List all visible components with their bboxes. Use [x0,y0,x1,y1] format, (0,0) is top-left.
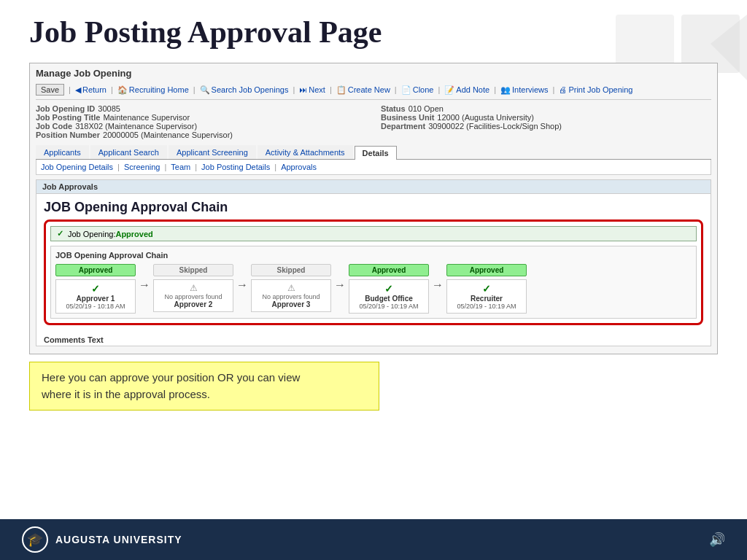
chain-step-2-status: Skipped [153,264,233,276]
recruiting-home-link[interactable]: 🏠 Recruiting Home [117,85,189,95]
job-info-grid: Job Opening ID 30085 Job Posting Title M… [36,104,711,139]
sub-tabs: Job Opening Details | Screening | Team |… [36,160,711,175]
job-opening-approved-bar: ✓ Job Opening:Approved [50,226,697,241]
chain-step-5: Approved ✓ Recruiter 05/20/19 - 10:19 AM [446,264,527,314]
chain-step-3-status: Skipped [251,264,331,276]
chain-step-4-box: ✓ Budget Office 05/20/19 - 10:19 AM [349,279,429,314]
job-info-left: Job Opening ID 30085 Job Posting Title M… [36,104,366,139]
chain-step-5-name: Recruiter [452,295,522,303]
business-unit-row: Business Unit 12000 (Augusta University) [381,113,711,122]
sep5: | [330,85,332,94]
chain-step-4: Approved ✓ Budget Office 05/20/19 - 10:1… [349,264,429,314]
add-note-icon: 📝 [444,85,454,95]
chain-step-3: Skipped ⚠ No approvers found Approver 3 [251,264,331,312]
tab-activity-attachments[interactable]: Activity & Attachments [258,145,353,159]
job-opening-id-value: 30085 [98,104,120,113]
chain-step-4-name: Budget Office [354,295,424,303]
sub-tab-approvals[interactable]: Approvals [281,163,317,171]
position-number-row: Position Number 20000005 (Maintenance Su… [36,131,366,139]
callout-line2: where it is in the approval process. [42,388,210,400]
university-name: AUGUSTA UNIVERSITY [55,534,182,545]
sub-tab-job-opening-details[interactable]: Job Opening Details [41,163,113,171]
return-link[interactable]: ◀ Return [75,85,107,95]
arrow-3: → [331,279,349,292]
create-new-icon: 📋 [336,85,347,95]
chain-step-3-name: Approver 3 [256,300,326,308]
sep7: | [438,85,440,94]
job-opening-status-value: Approved [115,230,152,238]
sep3: | [193,85,196,94]
search-icon: 🔍 [200,85,210,95]
tab-applicant-screening[interactable]: Applicant Screening [169,145,256,159]
job-opening-approved-label: Job Opening:Approved [68,230,153,238]
toolbar: Save | ◀ Return | 🏠 Recruiting Home | 🔍 … [36,82,711,100]
chain-step-4-date: 05/20/19 - 10:19 AM [354,303,424,310]
arrow-4: → [429,279,446,292]
department-label: Department [381,122,425,131]
sep2: | [111,85,113,94]
panel-header: Manage Job Opening [36,68,711,79]
sub-tab-job-posting-details[interactable]: Job Posting Details [201,163,270,171]
sep6: | [395,85,397,94]
approval-chain-outer: ✓ Job Opening:Approved JOB Opening Appro… [44,219,703,325]
status-value: 010 Open [409,104,444,113]
job-code-row: Job Code 318X02 (Maintenance Supervisor) [36,122,366,131]
university-logo-icon: 🎓 [22,526,48,553]
job-posting-title-label: Job Posting Title [36,113,100,122]
add-note-link[interactable]: 📝 Add Note [444,85,489,95]
sep8: | [494,85,496,94]
check-mark-icon: ✓ [57,229,63,238]
chain-step-2-box: ⚠ No approvers found Approver 2 [153,279,233,312]
search-job-openings-link[interactable]: 🔍 Search Job Openings [200,85,289,95]
chain-step-5-status: Approved [446,264,527,276]
job-code-value: 318X02 (Maintenance Supervisor) [75,122,197,131]
job-opening-id-label: Job Opening ID [36,104,95,113]
sub-tab-screening[interactable]: Screening [124,163,160,171]
footer: 🎓 AUGUSTA UNIVERSITY 🔊 [0,519,747,560]
chain-step-2-extra: No approvers found [158,293,228,300]
chain-step-5-date: 05/20/19 - 10:19 AM [452,303,522,310]
chain-step-1-check: ✓ [61,283,131,295]
chain-step-1-status: Approved [55,264,136,276]
next-icon: ⏭ [299,85,307,94]
interviews-icon: 👥 [500,85,511,95]
home-icon: 🏠 [117,85,128,95]
chain-step-2: Skipped ⚠ No approvers found Approver 2 [153,264,233,312]
sub-tab-team[interactable]: Team [171,163,190,171]
tab-applicant-search[interactable]: Applicant Search [90,145,167,159]
chain-step-2-icon: ⚠ [158,283,228,293]
tab-details[interactable]: Details [355,146,397,160]
interviews-link[interactable]: 👥 Interviews [500,85,549,95]
print-job-opening-link[interactable]: 🖨 Print Job Opening [559,85,632,94]
approval-chain-title: JOB Opening Approval Chain [36,194,711,219]
chain-step-1: Approved ✓ Approver 1 05/20/19 - 10:18 A… [55,264,136,314]
business-unit-value: 12000 (Augusta University) [437,113,534,122]
chain-step-3-icon: ⚠ [256,283,326,293]
create-new-link[interactable]: 📋 Create New [336,85,390,95]
chain-step-4-check: ✓ [354,283,424,295]
status-label: Status [381,104,406,113]
chain-steps: Approved ✓ Approver 1 05/20/19 - 10:18 A… [55,264,692,314]
job-posting-title-value: Maintenance Supervisor [103,113,190,122]
chain-step-3-box: ⚠ No approvers found Approver 3 [251,279,331,312]
chain-step-1-name: Approver 1 [61,295,131,303]
page-title: Job Posting Approval Page [29,15,718,50]
department-row: Department 30900022 (Facilities-Lock/Sig… [381,122,711,131]
tab-applicants[interactable]: Applicants [36,145,89,159]
clone-icon: 📄 [401,85,411,95]
job-approvals-section: Job Approvals JOB Opening Approval Chain… [36,179,711,346]
speaker-icon[interactable]: 🔊 [709,532,725,548]
job-code-label: Job Code [36,122,72,131]
next-link[interactable]: ⏭ Next [299,85,325,94]
job-info-right: Status 010 Open Business Unit 12000 (Aug… [381,104,711,139]
save-button[interactable]: Save [36,84,64,96]
chain-step-5-box: ✓ Recruiter 05/20/19 - 10:19 AM [446,279,527,314]
position-number-label: Position Number [36,131,100,139]
sep1: | [69,85,71,94]
chain-step-4-status: Approved [349,264,429,276]
main-tabs: Applicants Applicant Search Applicant Sc… [36,145,711,160]
chain-step-1-date: 05/20/19 - 10:18 AM [61,303,131,310]
status-row: Status 010 Open [381,104,711,113]
manage-job-opening-panel: Manage Job Opening Save | ◀ Return | 🏠 R… [29,63,718,354]
clone-link[interactable]: 📄 Clone [401,85,434,95]
